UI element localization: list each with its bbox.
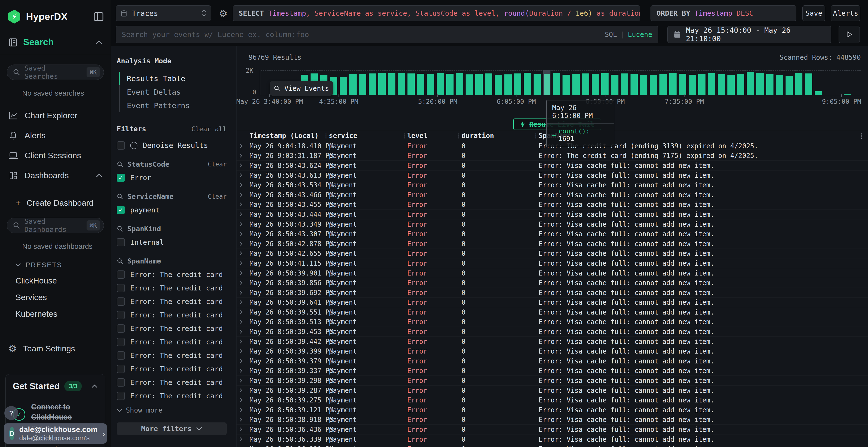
sidebar-collapse-icon[interactable] xyxy=(94,12,103,21)
histogram-bar-slot[interactable] xyxy=(582,70,589,95)
filter-option[interactable]: Error: The credit card … xyxy=(117,392,227,400)
date-range-input[interactable]: May 26 15:40:00 - May 26 21:10:00 xyxy=(668,26,831,43)
histogram-bar-slot[interactable] xyxy=(718,70,725,95)
table-row[interactable]: May 26 9:03:31.187 PMpaymentError0Error:… xyxy=(237,151,868,161)
column-header-timestamp[interactable]: Timestamp (Local) xyxy=(248,132,327,140)
sidebar-preset-kubernetes[interactable]: Kubernetes xyxy=(16,309,111,319)
histogram-bar-slot[interactable] xyxy=(601,70,609,95)
histogram-bar-slot[interactable] xyxy=(340,70,347,95)
checkbox-unchecked[interactable] xyxy=(117,351,125,359)
row-expand-chevron-icon[interactable] xyxy=(239,290,248,295)
row-expand-chevron-icon[interactable] xyxy=(239,378,248,383)
row-expand-chevron-icon[interactable] xyxy=(239,300,248,305)
row-expand-chevron-icon[interactable] xyxy=(239,407,248,413)
table-row[interactable]: May 26 8:50:39.453 PMpaymentError0Error:… xyxy=(237,327,868,337)
row-expand-chevron-icon[interactable] xyxy=(239,417,248,422)
checkbox-unchecked[interactable] xyxy=(117,365,125,373)
table-row[interactable]: May 26 8:50:39.121 PMpaymentError0Error:… xyxy=(237,405,868,415)
histogram-bar-slot[interactable] xyxy=(562,70,570,95)
histogram-bar-slot[interactable] xyxy=(572,70,580,95)
checkbox-checked[interactable]: ✓ xyxy=(117,174,125,182)
row-expand-chevron-icon[interactable] xyxy=(239,271,248,276)
histogram-bar-slot[interactable] xyxy=(417,70,424,95)
table-row[interactable]: May 26 8:50:36.339 PMpaymentError0Error:… xyxy=(237,435,868,444)
clear-all-link[interactable]: Clear all xyxy=(191,125,227,133)
filter-option[interactable]: Error: The credit card … xyxy=(117,351,227,359)
table-row[interactable]: May 26 8:50:43.307 PMpaymentError0Error:… xyxy=(237,229,868,239)
view-events-button[interactable]: View Events xyxy=(270,81,333,96)
filter-option[interactable]: Error: The credit card … xyxy=(117,324,227,333)
histogram-bar-slot[interactable] xyxy=(630,70,638,95)
alerts-button[interactable]: Alerts xyxy=(831,5,860,21)
table-row[interactable]: May 26 8:50:42.878 PMpaymentError0Error:… xyxy=(237,239,868,249)
row-expand-chevron-icon[interactable] xyxy=(239,212,248,217)
table-row[interactable]: May 26 8:50:38.918 PMpaymentError0Error:… xyxy=(237,415,868,425)
sidebar-item-chart-explorer[interactable]: Chart Explorer xyxy=(0,105,111,126)
histogram-bar-slot[interactable] xyxy=(514,70,521,95)
histogram-bar-slot[interactable] xyxy=(407,70,415,95)
checkbox-unchecked[interactable] xyxy=(117,311,125,319)
lucene-search-input[interactable]: Search your events w/ Lucene ex. column:… xyxy=(116,26,658,43)
sidebar-preset-clickhouse[interactable]: ClickHouse xyxy=(16,276,111,285)
filter-option[interactable]: Error: The credit card … xyxy=(117,378,227,386)
histogram-bars[interactable] xyxy=(262,70,861,95)
column-header-level[interactable]: ⋮⋮level xyxy=(405,132,460,140)
row-expand-chevron-icon[interactable] xyxy=(239,261,248,266)
histogram-bar-slot[interactable] xyxy=(834,70,841,95)
more-filters-button[interactable]: More filters xyxy=(117,422,227,435)
row-expand-chevron-icon[interactable] xyxy=(239,309,248,315)
column-header-service[interactable]: ⋮⋮service xyxy=(327,132,405,140)
histogram-bar-slot[interactable] xyxy=(785,70,793,95)
sidebar-item-search[interactable]: Search xyxy=(0,24,111,55)
histogram-bar-slot[interactable] xyxy=(805,70,812,95)
table-row[interactable]: May 26 8:50:39.399 PMpaymentError0Error:… xyxy=(237,346,868,356)
histogram-bar-slot[interactable] xyxy=(466,70,473,95)
checkbox-checked[interactable]: ✓ xyxy=(117,206,125,214)
row-expand-chevron-icon[interactable] xyxy=(239,398,248,403)
table-row[interactable]: May 26 8:50:39.275 PMpaymentError0Error:… xyxy=(237,395,868,405)
histogram-bar-slot[interactable] xyxy=(659,70,667,95)
filter-option[interactable]: Error: The credit card … xyxy=(117,298,227,306)
table-row[interactable]: May 26 8:50:39.856 PMpaymentError0Error:… xyxy=(237,278,868,288)
histogram-bar-slot[interactable] xyxy=(456,70,463,95)
row-expand-chevron-icon[interactable] xyxy=(239,427,248,432)
row-expand-chevron-icon[interactable] xyxy=(239,329,248,334)
chevron-up-icon[interactable] xyxy=(95,40,102,44)
save-button[interactable]: Save xyxy=(802,5,825,21)
histogram-bar-hovered[interactable] xyxy=(543,70,551,95)
histogram-bar-slot[interactable] xyxy=(756,70,764,95)
table-row[interactable]: May 26 8:50:39.641 PMpaymentError0Error:… xyxy=(237,298,868,308)
histogram-bar-slot[interactable] xyxy=(727,70,735,95)
row-expand-chevron-icon[interactable] xyxy=(239,251,248,256)
histogram-bar-slot[interactable] xyxy=(369,70,376,95)
histogram-bar-slot[interactable] xyxy=(640,70,647,95)
sidebar-preset-services[interactable]: Services xyxy=(16,293,111,302)
histogram-bar-slot[interactable] xyxy=(359,70,366,95)
lang-toggle-lucene[interactable]: Lucene xyxy=(628,31,652,38)
row-expand-chevron-icon[interactable] xyxy=(239,319,248,324)
row-expand-chevron-icon[interactable] xyxy=(239,163,248,168)
histogram-bar-slot[interactable] xyxy=(698,70,706,95)
histogram-bar-slot[interactable] xyxy=(795,70,802,95)
histogram-bar-slot[interactable] xyxy=(747,70,754,95)
histogram-bar-slot[interactable] xyxy=(766,70,774,95)
show-more-link[interactable]: Show more xyxy=(117,406,227,414)
filter-option[interactable]: ✓payment xyxy=(117,206,227,214)
mode-event-deltas[interactable]: Event Deltas xyxy=(119,85,227,99)
histogram-bar-slot[interactable] xyxy=(737,70,744,95)
histogram-bar-slot[interactable] xyxy=(776,70,783,95)
table-row[interactable]: May 26 8:50:42.655 PMpaymentError0Error:… xyxy=(237,249,868,259)
histogram-bar-slot[interactable] xyxy=(844,70,851,95)
histogram-bar-slot[interactable] xyxy=(815,70,822,95)
column-drag-handle-icon[interactable]: ⋮⋮ xyxy=(456,133,466,139)
histogram-bar-slot[interactable] xyxy=(553,70,560,95)
create-dashboard-button[interactable]: + Create Dashboard xyxy=(16,198,111,208)
sidebar-item-team-settings[interactable]: ⚙ Team Settings xyxy=(8,344,111,353)
histogram-bar-slot[interactable] xyxy=(388,70,396,95)
column-drag-handle-icon[interactable]: ⋮⋮ xyxy=(401,133,412,139)
mode-results-table[interactable]: Results Table xyxy=(119,72,227,85)
row-expand-chevron-icon[interactable] xyxy=(239,437,248,442)
source-select[interactable]: Traces xyxy=(116,5,211,21)
filter-option[interactable]: Internal xyxy=(117,238,227,246)
checkbox-unchecked[interactable] xyxy=(117,298,125,306)
